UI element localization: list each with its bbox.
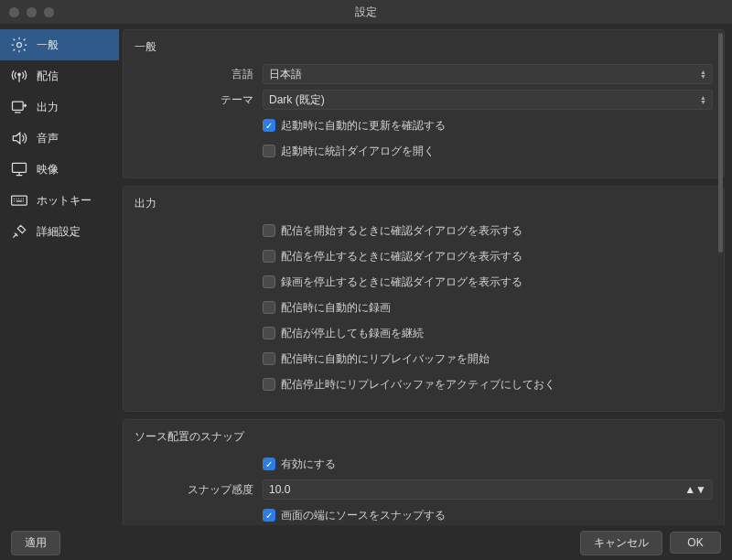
broadcast-icon bbox=[9, 68, 29, 84]
svg-point-0 bbox=[17, 43, 22, 48]
sidebar-label: ホットキー bbox=[37, 193, 92, 209]
select-value: Dark (既定) bbox=[269, 92, 325, 108]
sidebar-label: 音声 bbox=[37, 131, 59, 146]
checkbox-snap-enable[interactable] bbox=[263, 458, 275, 470]
checkbox-auto-record[interactable] bbox=[263, 301, 275, 314]
checkbox-confirm-start-stream[interactable] bbox=[263, 224, 275, 237]
theme-label: テーマ bbox=[135, 92, 263, 108]
titlebar: 設定 bbox=[0, 0, 732, 24]
checkbox-snap-screen[interactable] bbox=[263, 509, 275, 522]
output-icon bbox=[9, 99, 29, 115]
sidebar-item-hotkeys[interactable]: ホットキー bbox=[0, 185, 119, 216]
checkbox-label: 配信が停止しても録画を継続 bbox=[281, 326, 424, 341]
group-output: 出力 配信を開始するときに確認ダイアログを表示する 配信を停止するときに確認ダイ… bbox=[123, 186, 725, 412]
checkbox-label: 起動時に自動的に更新を確認する bbox=[281, 118, 446, 134]
checkbox-label: 配信を開始するときに確認ダイアログを表示する bbox=[281, 223, 522, 239]
sidebar-item-audio[interactable]: 音声 bbox=[0, 123, 119, 154]
window-title: 設定 bbox=[0, 5, 732, 20]
chevron-updown-icon: ▲▼ bbox=[700, 70, 706, 79]
tools-icon bbox=[9, 223, 29, 240]
sidebar-label: 映像 bbox=[37, 162, 59, 178]
checkbox-stats[interactable] bbox=[263, 145, 275, 157]
snap-sensitivity-label: スナップ感度 bbox=[135, 482, 263, 498]
keyboard-icon bbox=[9, 192, 29, 209]
checkbox-label: 録画を停止するときに確認ダイアログを表示する bbox=[281, 275, 522, 290]
checkbox-confirm-stop-record[interactable] bbox=[263, 275, 275, 288]
sidebar-item-output[interactable]: 出力 bbox=[0, 92, 119, 123]
checkbox-keep-recording[interactable] bbox=[263, 327, 275, 339]
svg-rect-4 bbox=[12, 196, 27, 205]
apply-button[interactable]: 適用 bbox=[11, 531, 60, 555]
snap-sensitivity-input[interactable]: 10.0▲▼ bbox=[263, 479, 713, 500]
chevron-updown-icon: ▲▼ bbox=[700, 95, 706, 104]
footer: 適用 キャンセル OK bbox=[0, 525, 732, 560]
checkbox-label: 有効にする bbox=[281, 457, 336, 472]
group-title: ソース配置のスナップ bbox=[135, 429, 713, 445]
sidebar-label: 出力 bbox=[37, 100, 59, 115]
input-value: 10.0 bbox=[269, 483, 290, 496]
cancel-button[interactable]: キャンセル bbox=[580, 531, 662, 555]
monitor-icon bbox=[9, 161, 29, 178]
checkbox-keep-replay[interactable] bbox=[263, 378, 275, 391]
chevron-updown-icon: ▲▼ bbox=[684, 483, 706, 496]
checkbox-auto-replay[interactable] bbox=[263, 352, 275, 365]
group-general: 一般 言語 日本語▲▼ テーマ Dark (既定)▲▼ 起動時に自動的に更新を確… bbox=[123, 29, 725, 178]
checkbox-label: 配信を停止するときに確認ダイアログを表示する bbox=[281, 249, 522, 264]
sidebar-label: 一般 bbox=[37, 38, 59, 53]
sidebar-label: 詳細設定 bbox=[37, 224, 81, 240]
svg-rect-2 bbox=[13, 102, 24, 110]
group-title: 出力 bbox=[135, 196, 713, 211]
ok-button[interactable]: OK bbox=[670, 532, 721, 554]
language-select[interactable]: 日本語▲▼ bbox=[263, 64, 713, 84]
svg-rect-3 bbox=[13, 163, 27, 172]
group-snap: ソース配置のスナップ 有効にする スナップ感度 10.0▲▼ 画面の端にソースを… bbox=[123, 419, 725, 525]
checkbox-label: 起動時に統計ダイアログを開く bbox=[281, 144, 435, 159]
sidebar-label: 配信 bbox=[37, 69, 59, 84]
sidebar-item-stream[interactable]: 配信 bbox=[0, 60, 119, 92]
checkbox-label: 配信時に自動的に録画 bbox=[281, 300, 391, 316]
group-title: 一般 bbox=[135, 39, 713, 55]
sidebar: 一般 配信 出力 音声 映像 ホットキー 詳細設定 bbox=[0, 24, 119, 525]
language-label: 言語 bbox=[135, 67, 263, 82]
checkbox-confirm-stop-stream[interactable] bbox=[263, 250, 275, 263]
sidebar-item-general[interactable]: 一般 bbox=[0, 29, 119, 60]
svg-point-1 bbox=[18, 73, 21, 76]
sidebar-item-video[interactable]: 映像 bbox=[0, 154, 119, 185]
gear-icon bbox=[9, 37, 29, 53]
checkbox-label: 配信時に自動的にリプレイバッファを開始 bbox=[281, 351, 490, 367]
checkbox-label: 画面の端にソースをスナップする bbox=[281, 508, 446, 523]
checkbox-label: 配信停止時にリプレイバッファをアクティブにしておく bbox=[281, 377, 555, 393]
select-value: 日本語 bbox=[269, 67, 302, 82]
speaker-icon bbox=[9, 130, 29, 146]
theme-select[interactable]: Dark (既定)▲▼ bbox=[263, 90, 713, 110]
scrollbar[interactable] bbox=[718, 33, 723, 253]
content-pane: 一般 言語 日本語▲▼ テーマ Dark (既定)▲▼ 起動時に自動的に更新を確… bbox=[119, 24, 732, 525]
checkbox-updates[interactable] bbox=[263, 119, 275, 132]
sidebar-item-advanced[interactable]: 詳細設定 bbox=[0, 216, 119, 247]
